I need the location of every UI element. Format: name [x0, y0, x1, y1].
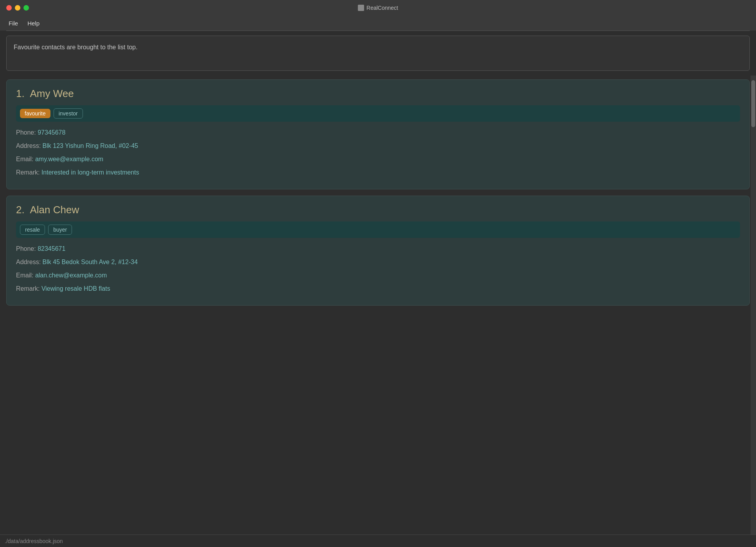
app-icon	[358, 5, 364, 11]
email-value-2: alan.chew@example.com	[35, 272, 107, 279]
contact-email-1: Email: amy.wee@example.com	[16, 155, 740, 164]
phone-label-2: Phone:	[16, 245, 36, 252]
title-bar: RealConnect	[0, 0, 756, 16]
contact-email-2: Email: alan.chew@example.com	[16, 271, 740, 280]
main-content: 1. Amy Wee favourite investor Phone: 973…	[0, 76, 756, 534]
remark-value-1: Interested in long-term investments	[41, 169, 139, 176]
phone-value-2: 82345671	[38, 245, 65, 252]
menu-divider	[6, 31, 750, 31]
phone-label-1: Phone:	[16, 129, 36, 136]
contact-name-1: 1. Amy Wee	[16, 88, 740, 100]
remark-value-2: Viewing resale HDB flats	[41, 285, 110, 292]
contact-fullname-1: Amy Wee	[30, 88, 74, 99]
contact-phone-1: Phone: 97345678	[16, 128, 740, 137]
email-value-1: amy.wee@example.com	[35, 156, 103, 162]
tags-row-2: resale buyer	[16, 221, 740, 238]
scrollbar-thumb[interactable]	[751, 80, 755, 127]
contact-remark-1: Remark: Interested in long-term investme…	[16, 168, 740, 177]
menu-bar: File Help	[0, 16, 756, 31]
status-bar: ./data/addressbook.json	[0, 534, 756, 547]
close-button[interactable]	[6, 5, 12, 11]
tag-favourite-1[interactable]: favourite	[20, 109, 50, 118]
menu-file[interactable]: File	[5, 18, 22, 28]
address-value-1: Blk 123 Yishun Ring Road, #02-45	[43, 142, 138, 149]
contact-address-2: Address: Blk 45 Bedok South Ave 2, #12-3…	[16, 257, 740, 267]
contact-fullname-2: Alan Chew	[30, 204, 79, 216]
remark-label-1: Remark:	[16, 169, 40, 176]
contact-card-1: 1. Amy Wee favourite investor Phone: 973…	[6, 79, 750, 189]
tag-buyer-2[interactable]: buyer	[48, 225, 72, 235]
maximize-button[interactable]	[23, 5, 29, 11]
address-label-1: Address:	[16, 142, 41, 149]
info-banner-text: Favourite contacts are brought to the li…	[14, 44, 138, 50]
address-value-2: Blk 45 Bedok South Ave 2, #12-34	[43, 259, 138, 265]
contact-number-2: 2.	[16, 204, 25, 216]
contact-number-1: 1.	[16, 88, 25, 99]
address-label-2: Address:	[16, 259, 41, 265]
tag-investor-1[interactable]: investor	[54, 108, 83, 119]
traffic-lights	[6, 5, 29, 11]
email-label-1: Email:	[16, 156, 33, 162]
phone-value-1: 97345678	[38, 129, 65, 136]
contact-remark-2: Remark: Viewing resale HDB flats	[16, 284, 740, 293]
contact-name-2: 2. Alan Chew	[16, 204, 740, 216]
remark-label-2: Remark:	[16, 285, 40, 292]
scrollbar[interactable]	[751, 76, 756, 534]
status-text: ./data/addressbook.json	[5, 538, 63, 544]
contact-card-2: 2. Alan Chew resale buyer Phone: 8234567…	[6, 196, 750, 306]
contacts-list[interactable]: 1. Amy Wee favourite investor Phone: 973…	[0, 76, 756, 534]
contact-address-1: Address: Blk 123 Yishun Ring Road, #02-4…	[16, 141, 740, 151]
tags-row-1: favourite investor	[16, 105, 740, 122]
contact-phone-2: Phone: 82345671	[16, 244, 740, 254]
menu-help[interactable]: Help	[23, 18, 43, 28]
app-title: RealConnect	[358, 5, 398, 11]
app-title-text: RealConnect	[366, 5, 398, 11]
minimize-button[interactable]	[15, 5, 20, 11]
info-banner: Favourite contacts are brought to the li…	[6, 36, 750, 71]
tag-resale-2[interactable]: resale	[20, 225, 45, 235]
email-label-2: Email:	[16, 272, 33, 279]
